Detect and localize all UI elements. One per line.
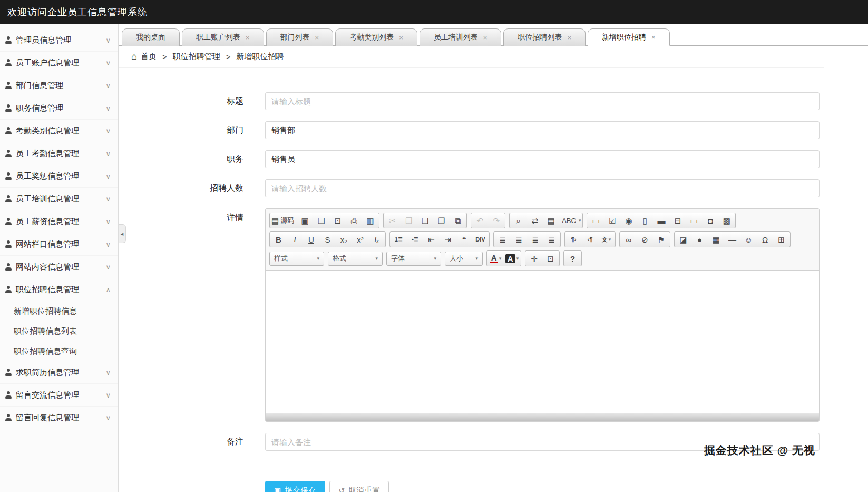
outdent-button[interactable]: ⇤ xyxy=(423,233,440,246)
textarea-button[interactable]: ▬ xyxy=(653,214,669,227)
ordered-list-button[interactable]: 1≣ xyxy=(391,233,407,246)
sidebar-item[interactable]: 员工培训信息管理∨ xyxy=(0,188,118,210)
align-left-button[interactable]: ≣ xyxy=(494,233,511,246)
bidi-rtl-button[interactable]: ‹¶ xyxy=(582,233,598,246)
image-button[interactable]: ◪ xyxy=(675,233,691,246)
div-button[interactable]: DIV xyxy=(472,233,489,246)
select-field-button[interactable]: ⊟ xyxy=(669,214,686,227)
tab[interactable]: 我的桌面 xyxy=(122,28,180,46)
sidebar-item[interactable]: 职务信息管理∨ xyxy=(0,97,118,120)
sidebar-item[interactable]: 留言交流信息管理∨ xyxy=(0,384,118,407)
sidebar-item[interactable]: 员工考勤信息管理∨ xyxy=(0,142,118,165)
sidebar-item[interactable]: 网站内容信息管理∨ xyxy=(0,256,118,278)
align-right-button[interactable]: ≣ xyxy=(527,233,543,246)
tab-close-icon[interactable]: × xyxy=(246,34,250,42)
tab-close-icon[interactable]: × xyxy=(567,34,571,42)
bidi-ltr-button[interactable]: ¶› xyxy=(565,233,582,246)
sidebar-item[interactable]: 员工账户信息管理∨ xyxy=(0,52,118,74)
templates-button[interactable]: ▥ xyxy=(362,214,378,227)
radio-button[interactable]: ◉ xyxy=(620,214,637,227)
new-page-button[interactable]: ❏ xyxy=(313,214,329,227)
sidebar-item[interactable]: 职位招聘信息管理∧ xyxy=(0,278,118,301)
anchor-button[interactable]: ⚑ xyxy=(653,233,669,246)
flash-button[interactable]: ● xyxy=(691,233,708,246)
sidebar-item[interactable]: 网站栏目信息管理∨ xyxy=(0,233,118,256)
sidebar-item[interactable]: 管理员信息管理∨ xyxy=(0,29,118,52)
checkbox-button[interactable]: ☑ xyxy=(604,214,620,227)
preview-button[interactable]: ⊡ xyxy=(329,214,346,227)
tab[interactable]: 新增职位招聘× xyxy=(588,28,670,46)
editor-resize-bar[interactable] xyxy=(266,413,819,421)
align-center-button[interactable]: ≣ xyxy=(511,233,527,246)
source-button[interactable]: ▤源码 xyxy=(270,214,297,227)
superscript-button[interactable]: x² xyxy=(352,233,368,246)
styles-dropdown[interactable]: 样式▾ xyxy=(269,252,324,266)
department-input[interactable] xyxy=(265,121,820,139)
maximize-button[interactable]: ✛ xyxy=(526,252,542,265)
blockquote-button[interactable]: ❝ xyxy=(456,233,472,246)
text-color-button[interactable]: A▾ xyxy=(487,252,504,265)
sidebar-subitem[interactable]: 新增职位招聘信息 xyxy=(0,301,118,321)
tab[interactable]: 职工账户列表× xyxy=(182,28,264,46)
unlink-button[interactable]: ⊘ xyxy=(637,233,653,246)
indent-button[interactable]: ⇥ xyxy=(440,233,456,246)
size-dropdown[interactable]: 大小▾ xyxy=(445,252,483,266)
print-button[interactable]: ⎙ xyxy=(346,214,362,227)
find-button[interactable]: ⌕ xyxy=(510,214,526,227)
breadcrumb-item[interactable]: ⌂首页 xyxy=(131,51,157,62)
sidebar-item[interactable]: 求职简历信息管理∨ xyxy=(0,361,118,384)
paste-text-button[interactable]: ❒ xyxy=(433,214,450,227)
italic-button[interactable]: I xyxy=(287,233,303,246)
image-button-button[interactable]: ◘ xyxy=(702,214,718,227)
table-button[interactable]: ▦ xyxy=(708,233,724,246)
sidebar-subitem[interactable]: 职位招聘信息列表 xyxy=(0,321,118,341)
sidebar-item[interactable]: 部门信息管理∨ xyxy=(0,74,118,97)
editor-content[interactable] xyxy=(266,271,819,413)
sidebar-item[interactable]: 员工薪资信息管理∨ xyxy=(0,210,118,233)
tab[interactable]: 考勤类别列表× xyxy=(335,28,417,46)
about-button[interactable]: ? xyxy=(564,252,581,265)
paste-word-button[interactable]: ⧉ xyxy=(450,214,466,227)
language-button[interactable]: 文▾ xyxy=(598,233,615,246)
headcount-input[interactable] xyxy=(265,179,820,197)
text-field-button[interactable]: ▯ xyxy=(637,214,653,227)
strike-button[interactable]: S xyxy=(319,233,336,246)
horizontal-rule-button[interactable]: ― xyxy=(724,233,740,246)
show-blocks-button[interactable]: ⊡ xyxy=(542,252,559,265)
bg-color-button[interactable]: A▾ xyxy=(504,252,520,265)
button-button[interactable]: ▭ xyxy=(686,214,702,227)
tab-close-icon[interactable]: × xyxy=(315,34,319,42)
tab-close-icon[interactable]: × xyxy=(483,34,487,42)
link-button[interactable]: ∞ xyxy=(620,233,637,246)
reset-button[interactable]: ↺取消重置 xyxy=(329,481,389,492)
special-char-button[interactable]: Ω xyxy=(757,233,773,246)
position-input[interactable] xyxy=(265,150,820,168)
submit-button[interactable]: ▣提交保存 xyxy=(265,481,325,492)
page-break-button[interactable]: ⊞ xyxy=(773,233,789,246)
font-dropdown[interactable]: 字体▾ xyxy=(386,252,441,266)
subscript-button[interactable]: x₂ xyxy=(336,233,352,246)
bold-button[interactable]: B xyxy=(270,233,287,246)
smiley-button[interactable]: ☺ xyxy=(740,233,757,246)
format-dropdown[interactable]: 格式▾ xyxy=(328,252,383,266)
sidebar-item[interactable]: 考勤类别信息管理∨ xyxy=(0,120,118,142)
select-all-button[interactable]: ▤ xyxy=(543,214,559,227)
tab[interactable]: 部门列表× xyxy=(266,28,334,46)
remove-format-button[interactable]: Iₓ xyxy=(368,233,385,246)
sidebar-item[interactable]: 留言回复信息管理∨ xyxy=(0,407,118,429)
tab-close-icon[interactable]: × xyxy=(651,33,656,41)
underline-button[interactable]: U xyxy=(303,233,319,246)
align-justify-button[interactable]: ≣ xyxy=(543,233,560,246)
sidebar-collapse-handle[interactable]: ◂ xyxy=(119,224,126,243)
title-input[interactable] xyxy=(265,92,820,110)
tab-close-icon[interactable]: × xyxy=(399,34,403,42)
sidebar-subitem[interactable]: 职位招聘信息查询 xyxy=(0,341,118,361)
replace-button[interactable]: ⇄ xyxy=(526,214,543,227)
spellcheck-button[interactable]: ABC▾ xyxy=(559,214,582,227)
save-button[interactable]: ▣ xyxy=(297,214,313,227)
breadcrumb-item[interactable]: 职位招聘管理 xyxy=(173,52,220,62)
tab[interactable]: 员工培训列表× xyxy=(420,28,502,46)
form-button[interactable]: ▭ xyxy=(588,214,604,227)
bulleted-list-button[interactable]: •≣ xyxy=(407,233,423,246)
paste-button[interactable]: ❑ xyxy=(417,214,433,227)
